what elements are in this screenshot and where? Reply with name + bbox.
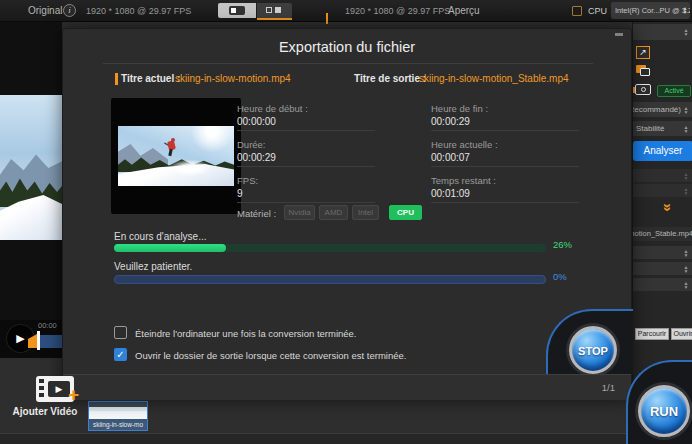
scrollbar-thumb[interactable] <box>615 33 623 36</box>
stability-dropdown[interactable]: Stabilité ▲▼ <box>633 121 692 136</box>
camera-icon[interactable] <box>635 84 651 95</box>
add-video-label: Ajouter Vidéo <box>1 406 89 417</box>
current-title-label: Titre actuel : <box>121 73 180 84</box>
run-button[interactable]: RUN <box>638 385 690 437</box>
analysis-percent: 26% <box>553 239 572 250</box>
snapshot-layers-icon[interactable] <box>636 65 650 77</box>
resolution-label-right: 1920 * 1080 @ 29.97 FPS <box>345 6 450 16</box>
disabled-dropdown: ▲▼ <box>633 184 692 197</box>
apercu-label: Aperçu <box>448 5 480 16</box>
single-view-icon <box>229 6 245 15</box>
spinner-icon: ▲▼ <box>682 281 690 289</box>
dialog-title: Exportation du fichier <box>63 39 631 55</box>
spinner-icon: ▲▼ <box>682 106 690 114</box>
hardware-amd-button[interactable]: AMD <box>319 205 348 220</box>
accent-bar <box>115 73 118 85</box>
output-file-label: skiing-in-slow-motion_Stable.mp4 <box>633 227 692 241</box>
fps-label: FPS: <box>237 175 258 186</box>
top-bar: Original i 1920 * 1080 @ 29.97 FPS 1920 … <box>0 0 692 22</box>
browse-button[interactable]: Parcourir <box>635 328 669 340</box>
output-title-value: skiing-in-slow-motion_Stable.mp4 <box>419 73 569 84</box>
video-thumbnail-image <box>89 402 147 419</box>
duration-label: Durée: <box>237 139 266 150</box>
current-time-value: 00:00:07 <box>431 152 470 163</box>
wait-status-label: Veuillez patienter. <box>114 261 192 272</box>
end-time-value: 00:00:29 <box>431 116 470 127</box>
spinner-icon: ▲▼ <box>681 6 689 14</box>
duration-value: 00:00:29 <box>237 152 276 163</box>
video-thumbnail-item[interactable]: skiing-in-slow-mo <box>88 401 148 431</box>
original-label: Original <box>28 5 62 16</box>
video-frame <box>0 95 62 240</box>
analysis-progress-fill <box>114 244 226 252</box>
page-indicator: 1/1 <box>602 382 615 393</box>
spinner-icon: ▲▼ <box>682 265 690 273</box>
resolution-label-left: 1920 * 1080 @ 29.97 FPS <box>86 6 191 16</box>
seek-track[interactable] <box>40 335 63 348</box>
open-folder-checkbox[interactable]: ✓ <box>114 348 127 361</box>
open-folder-button[interactable]: Ouvrir <box>671 328 692 340</box>
start-time-value: 00:00:00 <box>237 116 276 127</box>
start-time-label: Heure de début : <box>237 103 308 114</box>
hardware-intel-button[interactable]: Intel <box>352 205 379 220</box>
skier-figure <box>164 138 178 158</box>
analysis-status-label: En cours d'analyse... <box>114 231 207 242</box>
player-bar: ▶ 00:00 <box>0 320 63 358</box>
conversion-percent: 0% <box>553 271 567 282</box>
output-option-dropdown[interactable]: ▲▼ <box>633 262 692 275</box>
stop-button[interactable]: STOP <box>569 326 617 374</box>
comparison-playhead-tick[interactable] <box>326 13 328 24</box>
analysis-progress-bar <box>114 244 546 252</box>
remaining-time-label: Temps restant : <box>431 175 496 186</box>
layout-toggle-split-button[interactable] <box>257 3 292 18</box>
fullscreen-expand-icon[interactable]: ↗ <box>636 46 650 59</box>
remaining-time-value: 00:01:09 <box>431 188 470 199</box>
video-thumbnail-caption: skiing-in-slow-mo <box>89 419 147 430</box>
processor-dropdown[interactable]: Intel(R) Cor...PU @ 3.20G ▲▼ <box>611 2 690 19</box>
export-preview-thumbnail <box>111 98 241 214</box>
spinner-icon: ▲▼ <box>682 125 690 133</box>
current-title-value: skiing-in-slow-motion.mp4 <box>175 73 291 84</box>
analyze-button[interactable]: Analyser <box>633 141 692 161</box>
playback-time: 00:00 <box>38 321 57 330</box>
spinner-icon: ▲▼ <box>682 28 690 36</box>
fps-value: 9 <box>237 188 243 199</box>
add-video-button[interactable]: ▶ + <box>36 376 88 404</box>
sun-flare <box>190 126 234 152</box>
recommended-dropdown[interactable]: (Recommandé) ▲▼ <box>633 102 692 117</box>
output-title-label: Titre de sortie : <box>354 73 426 84</box>
spinner-icon: ▲▼ <box>682 172 690 180</box>
export-dialog: Exportation du fichier Titre actuel : sk… <box>62 28 632 400</box>
open-folder-checkbox-label: Ouvrir le dossier de sortie lorsque cett… <box>135 350 406 361</box>
info-icon[interactable]: i <box>63 4 76 17</box>
layout-toggle-single-button[interactable] <box>218 3 256 18</box>
shutdown-checkbox-label: Éteindre l'ordinateur une fois la conver… <box>135 328 357 339</box>
output-option-dropdown[interactable]: ▲▼ <box>633 246 692 259</box>
original-video-preview <box>0 22 62 320</box>
spinner-icon: ▲▼ <box>682 187 690 195</box>
output-option-dropdown[interactable]: ▲▼ <box>633 278 692 291</box>
split-view-icon <box>266 7 272 13</box>
shutdown-checkbox[interactable] <box>114 326 127 339</box>
hardware-cpu-button[interactable]: CPU <box>389 205 422 220</box>
current-time-label: Heure actuelle : <box>431 139 498 150</box>
disabled-dropdown: ▲▼ <box>633 169 692 182</box>
cpu-checkbox[interactable] <box>572 6 582 16</box>
divider <box>103 63 593 64</box>
hardware-nvidia-button[interactable]: Nvidia <box>284 205 315 220</box>
active-toggle-underline <box>257 18 292 20</box>
spinner-icon: ▲▼ <box>682 249 690 257</box>
app-window: Original i 1920 * 1080 @ 29.97 FPS 1920 … <box>0 0 692 444</box>
end-time-label: Heure de fin : <box>431 103 488 114</box>
dialog-footer: 1/1 <box>63 374 631 400</box>
output-format-dropdown[interactable]: ▲▼ <box>633 24 692 40</box>
enabled-status-badge: Activé <box>657 85 691 97</box>
expand-more-chevron-icon[interactable]: » <box>660 203 677 209</box>
plus-icon: + <box>68 384 79 406</box>
hardware-label: Matériel : <box>237 208 276 219</box>
conversion-progress-bar <box>114 275 546 284</box>
cpu-checkbox-label: CPU <box>588 6 607 16</box>
ski-scene-image <box>118 126 234 186</box>
